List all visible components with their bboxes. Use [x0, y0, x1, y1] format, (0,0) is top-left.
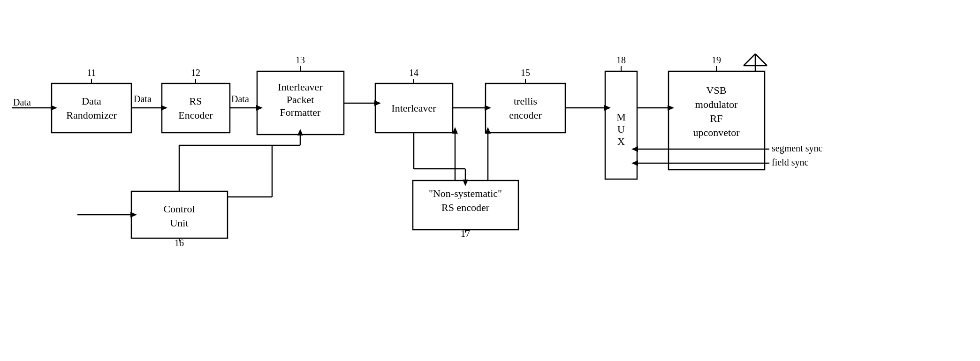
- data-input-label: Data: [13, 97, 31, 107]
- label-17b: RS encoder: [441, 202, 490, 213]
- svg-line-2: [755, 54, 767, 66]
- label-11: Data: [82, 95, 101, 107]
- label-15a: trellis: [514, 95, 537, 107]
- refnum-12: 12: [191, 68, 200, 78]
- label-11b: Randomizer: [66, 109, 117, 121]
- data-label-12: Data: [134, 94, 152, 104]
- label-16b: Unit: [170, 217, 188, 229]
- refnum-18: 18: [616, 55, 626, 65]
- refnum-19: 19: [712, 55, 721, 65]
- label-14: Interleaver: [391, 102, 436, 114]
- refnum-14: 14: [409, 68, 418, 78]
- label-18c: X: [617, 135, 625, 147]
- label-13b: Packet: [287, 94, 314, 105]
- label-19a: VSB: [707, 84, 727, 96]
- block-15: [486, 83, 565, 133]
- label-12a: RS: [190, 95, 202, 107]
- label-18b: U: [617, 123, 625, 135]
- field-sync-label: field sync: [772, 157, 808, 168]
- label-17a: "Non-systematic": [429, 188, 502, 199]
- segment-sync-label: segment sync: [772, 143, 822, 154]
- block-12: [162, 83, 230, 133]
- label-16a: Control: [163, 203, 195, 215]
- label-15b: encoder: [509, 109, 542, 121]
- refnum-15: 15: [521, 68, 530, 78]
- label-13a: Interleaver: [278, 81, 323, 93]
- refnum-11: 11: [87, 68, 96, 78]
- label-12b: Encoder: [178, 109, 213, 121]
- block-11: [52, 83, 131, 133]
- label-13c: Formatter: [280, 106, 321, 118]
- data-label-13: Data: [231, 94, 249, 104]
- label-19d: upconvetor: [693, 127, 740, 138]
- label-19c: RF: [710, 113, 723, 124]
- diagram-container: text { font-family: serif; font-size: 22…: [0, 0, 980, 361]
- label-18a: M: [616, 111, 626, 123]
- refnum-13: 13: [296, 55, 305, 65]
- label-19b: modulator: [695, 98, 738, 110]
- svg-line-1: [744, 54, 755, 66]
